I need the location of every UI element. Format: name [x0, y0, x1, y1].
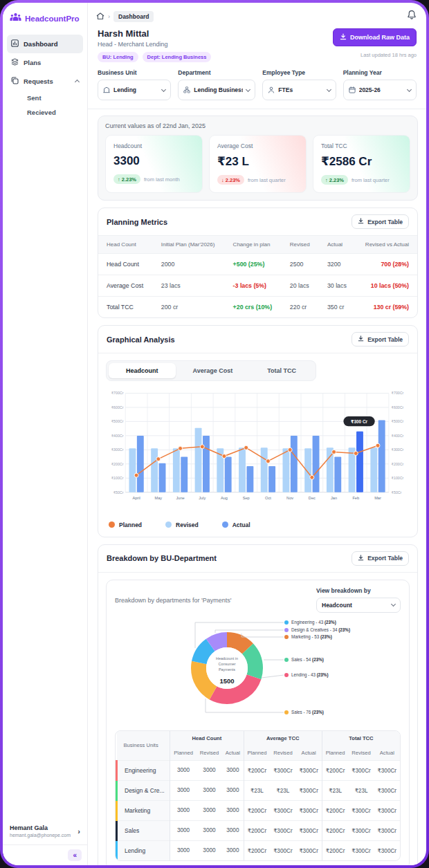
filter-label: Business Unit [98, 69, 171, 76]
planning-metrics-table: Head CountInitial Plan (Mar'2026)Change … [98, 236, 417, 317]
table-cell: +500 (25%) [225, 254, 282, 275]
column-header: Change in plan [225, 236, 282, 254]
sidebar-item-requests[interactable]: Requests [7, 72, 83, 91]
svg-text:Nov: Nov [286, 496, 293, 500]
metric-label: Total TCC [321, 142, 402, 149]
table-cell: ₹300Cr [374, 760, 400, 780]
chevron-down-icon [407, 86, 412, 91]
profile-header: Harsh Mittal Head - Merchant Lending BU:… [88, 23, 426, 62]
sidebar-user-card[interactable]: Hemant Gala hemant.gala@phonepe.com › [3, 818, 87, 844]
metric-period: from last month [144, 176, 180, 183]
table-row: Head Count2000+500 (25%)25003200700 (28%… [98, 254, 417, 275]
column-subheader: Revised [270, 746, 295, 761]
legend-item: Revised [165, 521, 199, 528]
breakdown-title: Breakdown by BU-Department [107, 554, 217, 562]
dept-badge: Dept: Lending Business [143, 52, 212, 62]
metric-period: from last quarter [248, 177, 286, 183]
sidebar-user-email: hemant.gala@phonepe.com [10, 833, 71, 838]
metric-value: ₹2586 Cr [321, 154, 402, 169]
table-row: Engineering300030003000₹200Cr₹300Cr₹300C… [117, 760, 401, 780]
business-unit-select[interactable]: Lending [98, 80, 171, 100]
svg-text:Feb: Feb [352, 496, 359, 500]
svg-text:Dec: Dec [309, 496, 316, 500]
svg-text:May: May [155, 496, 163, 500]
column-subheader: Planned [244, 746, 270, 761]
current-values-title: Current values as of 22nd Jan, 2025 [105, 122, 410, 129]
table-cell: 3000 [197, 760, 222, 780]
svg-text:₹500Cr: ₹500Cr [111, 419, 124, 423]
chevron-up-icon [75, 80, 80, 84]
table-cell: 3000 [222, 820, 244, 840]
export-table-button[interactable]: Export Table [352, 214, 409, 229]
headcount-combo-chart[interactable]: ₹700Cr₹700Cr₹600Cr₹600Cr₹500Cr₹500Cr₹400… [106, 388, 410, 516]
svg-text:July: July [199, 496, 206, 500]
planning-year-select[interactable]: 2025-26 [343, 80, 417, 100]
svg-text:₹100Cr: ₹100Cr [111, 476, 124, 480]
chevron-down-icon [246, 86, 250, 91]
sidebar-item-sent[interactable]: Sent [7, 91, 83, 105]
employee-name: Harsh Mittal [98, 28, 211, 39]
chevron-right-icon: › [77, 827, 80, 835]
sidebar-item-plans[interactable]: Plans [7, 53, 83, 72]
svg-text:₹50Cr: ₹50Cr [392, 490, 402, 495]
business-unit-cell: Design & Cre... [117, 780, 170, 800]
download-icon [358, 335, 364, 343]
department-icon [183, 84, 190, 96]
bell-icon[interactable] [407, 10, 417, 23]
table-cell: Average Cost [98, 275, 153, 297]
filter-label: Employee Type [262, 69, 336, 76]
legend-item: Planned [109, 521, 142, 528]
tab-total-tcc[interactable]: Total TCC [250, 363, 313, 378]
svg-text:₹600Cr: ₹600Cr [111, 405, 124, 409]
graphical-analysis-section: Graphical Analysis Export Table Headcoun… [98, 325, 418, 537]
table-cell: -3 lacs (5%) [225, 275, 282, 297]
headcount-metric-card: Headcount 3300 ↑ 2.23% from last month [105, 135, 203, 193]
table-cell: ₹300Cr [348, 760, 374, 780]
chevron-down-icon [391, 602, 396, 607]
delta-badge: ↓ 2.23% [217, 175, 244, 185]
table-cell: ₹300Cr [296, 800, 322, 820]
table-cell: 3000 [170, 820, 197, 840]
breadcrumb-current[interactable]: Dashboard [113, 11, 154, 22]
graphical-analysis-title: Graphical Analysis [107, 335, 175, 344]
business-unit-cell: Marketing [117, 800, 170, 820]
sidebar-item-recieved[interactable]: Recieved [7, 105, 83, 120]
chevron-down-icon [327, 86, 331, 91]
sidebar: HeadcountPro Dashboard Plans Requests Se… [3, 3, 88, 865]
table-cell: ₹200Cr [244, 800, 270, 820]
svg-text:Design & Creatives - 34 (23%): Design & Creatives - 34 (23%) [291, 627, 350, 633]
svg-text:₹700Cr: ₹700Cr [392, 391, 404, 395]
svg-text:₹300Cr: ₹300Cr [111, 447, 124, 452]
svg-text:₹200Cr: ₹200Cr [111, 462, 124, 466]
sidebar-item-dashboard[interactable]: Dashboard [7, 35, 83, 53]
arrow-up-icon: ↑ [118, 176, 120, 183]
export-table-button[interactable]: Export Table [352, 332, 409, 347]
filter-label: Department [178, 69, 255, 76]
employee-type-select[interactable]: FTEs [262, 80, 336, 100]
column-subheader: Revised [348, 746, 374, 761]
table-cell: ₹300Cr [296, 820, 322, 840]
sidebar-collapse-button[interactable]: « [68, 849, 82, 861]
department-select[interactable]: Lending Business [178, 80, 255, 100]
sidebar-nav: Dashboard Plans Requests Sent Recieved [3, 33, 87, 121]
tab-average-cost[interactable]: Average Cost [176, 363, 250, 378]
sidebar-item-label: Requests [24, 77, 53, 85]
download-raw-data-button[interactable]: Download Raw Data [333, 28, 417, 46]
app-name: HeadcountPro [25, 15, 80, 23]
svg-text:₹300Cr: ₹300Cr [392, 447, 404, 452]
table-row: Sales300030003000₹200Cr₹300Cr₹300Cr₹200C… [117, 820, 401, 840]
svg-text:1500: 1500 [219, 677, 234, 685]
export-table-button[interactable]: Export Table [352, 551, 409, 566]
metric-period: from last quarter [352, 177, 390, 183]
table-cell: 2000 [153, 254, 225, 275]
table-cell: 130 cr (59%) [356, 297, 417, 318]
legend-item: Actual [222, 521, 250, 528]
tab-headcount[interactable]: Headcount [109, 363, 176, 378]
download-icon [340, 33, 347, 41]
column-header: Initial Plan (Mar'2026) [153, 236, 225, 254]
department-donut-chart[interactable]: Headcount inConsumerPayments1500Engineer… [115, 616, 401, 723]
home-icon[interactable] [96, 10, 104, 23]
view-breakdown-by-select[interactable]: Headcount [316, 598, 401, 613]
table-cell: 350 cr [319, 297, 356, 318]
total-tcc-metric-card: Total TCC ₹2586 Cr ↑ 2.23% from last qua… [313, 135, 410, 193]
